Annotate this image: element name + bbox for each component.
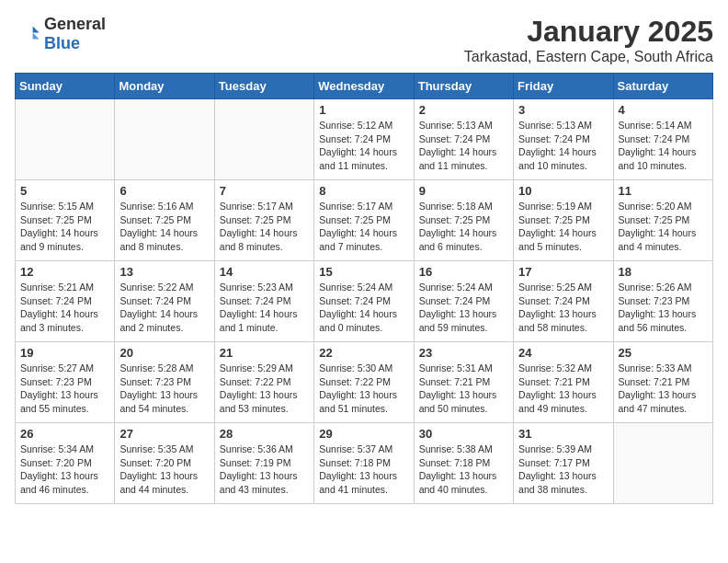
day-number: 30 <box>419 427 508 441</box>
calendar-cell: 29Sunrise: 5:37 AM Sunset: 7:18 PM Dayli… <box>314 423 414 504</box>
calendar-cell: 27Sunrise: 5:35 AM Sunset: 7:20 PM Dayli… <box>115 423 214 504</box>
day-number: 4 <box>619 103 708 117</box>
calendar-cell: 15Sunrise: 5:24 AM Sunset: 7:24 PM Dayli… <box>314 261 414 342</box>
calendar-cell: 30Sunrise: 5:38 AM Sunset: 7:18 PM Dayli… <box>414 423 513 504</box>
day-number: 14 <box>220 265 309 279</box>
calendar-table: SundayMondayTuesdayWednesdayThursdayFrid… <box>15 73 713 504</box>
calendar-cell <box>16 99 115 180</box>
day-number: 7 <box>220 184 309 198</box>
day-info: Sunrise: 5:32 AM Sunset: 7:21 PM Dayligh… <box>518 362 608 416</box>
day-info: Sunrise: 5:16 AM Sunset: 7:25 PM Dayligh… <box>119 200 209 254</box>
calendar-cell: 13Sunrise: 5:22 AM Sunset: 7:24 PM Dayli… <box>115 261 214 342</box>
day-number: 21 <box>220 346 309 360</box>
day-number: 1 <box>319 103 408 117</box>
calendar-cell: 25Sunrise: 5:33 AM Sunset: 7:21 PM Dayli… <box>613 342 712 423</box>
month-title: January 2025 <box>464 15 713 49</box>
calendar-cell: 3Sunrise: 5:13 AM Sunset: 7:24 PM Daylig… <box>514 99 613 180</box>
day-info: Sunrise: 5:38 AM Sunset: 7:18 PM Dayligh… <box>419 442 508 497</box>
calendar-cell: 5Sunrise: 5:15 AM Sunset: 7:25 PM Daylig… <box>16 180 115 261</box>
day-number: 18 <box>619 265 708 279</box>
day-number: 10 <box>518 184 608 198</box>
day-info: Sunrise: 5:20 AM Sunset: 7:25 PM Dayligh… <box>619 200 708 254</box>
title-block: January 2025 Tarkastad, Eastern Cape, So… <box>464 15 713 65</box>
calendar-cell: 22Sunrise: 5:30 AM Sunset: 7:22 PM Dayli… <box>314 342 414 423</box>
day-info: Sunrise: 5:19 AM Sunset: 7:25 PM Dayligh… <box>518 200 608 254</box>
weekday-header: Saturday <box>613 74 712 99</box>
day-info: Sunrise: 5:18 AM Sunset: 7:25 PM Dayligh… <box>419 200 508 254</box>
day-info: Sunrise: 5:24 AM Sunset: 7:24 PM Dayligh… <box>319 281 408 335</box>
calendar-cell: 14Sunrise: 5:23 AM Sunset: 7:24 PM Dayli… <box>214 261 313 342</box>
day-info: Sunrise: 5:36 AM Sunset: 7:19 PM Dayligh… <box>220 442 309 497</box>
svg-marker-0 <box>33 27 40 33</box>
calendar-cell: 4Sunrise: 5:14 AM Sunset: 7:24 PM Daylig… <box>613 99 712 180</box>
calendar-cell: 16Sunrise: 5:24 AM Sunset: 7:24 PM Dayli… <box>414 261 513 342</box>
calendar-cell: 18Sunrise: 5:26 AM Sunset: 7:23 PM Dayli… <box>613 261 712 342</box>
logo-general: General <box>44 15 106 33</box>
day-info: Sunrise: 5:39 AM Sunset: 7:17 PM Dayligh… <box>518 442 608 497</box>
day-number: 26 <box>20 427 109 441</box>
day-info: Sunrise: 5:31 AM Sunset: 7:21 PM Dayligh… <box>419 362 508 416</box>
day-number: 29 <box>319 427 408 441</box>
calendar-cell: 1Sunrise: 5:12 AM Sunset: 7:24 PM Daylig… <box>314 99 414 180</box>
day-info: Sunrise: 5:27 AM Sunset: 7:23 PM Dayligh… <box>20 362 109 416</box>
weekday-header: Thursday <box>414 74 513 99</box>
day-number: 20 <box>119 346 209 360</box>
week-row: 12Sunrise: 5:21 AM Sunset: 7:24 PM Dayli… <box>16 261 713 342</box>
calendar-cell <box>214 99 313 180</box>
day-info: Sunrise: 5:26 AM Sunset: 7:23 PM Dayligh… <box>619 281 708 335</box>
day-number: 17 <box>518 265 608 279</box>
calendar-cell <box>613 423 712 504</box>
calendar-cell: 19Sunrise: 5:27 AM Sunset: 7:23 PM Dayli… <box>16 342 115 423</box>
day-number: 25 <box>619 346 708 360</box>
day-info: Sunrise: 5:14 AM Sunset: 7:24 PM Dayligh… <box>619 119 708 173</box>
logo-blue: Blue <box>44 34 80 52</box>
weekday-header-row: SundayMondayTuesdayWednesdayThursdayFrid… <box>16 74 713 99</box>
day-info: Sunrise: 5:13 AM Sunset: 7:24 PM Dayligh… <box>518 119 608 173</box>
day-info: Sunrise: 5:22 AM Sunset: 7:24 PM Dayligh… <box>119 281 209 335</box>
day-info: Sunrise: 5:17 AM Sunset: 7:25 PM Dayligh… <box>220 200 309 254</box>
day-number: 3 <box>518 103 608 117</box>
calendar-cell: 7Sunrise: 5:17 AM Sunset: 7:25 PM Daylig… <box>214 180 313 261</box>
calendar-cell <box>115 99 214 180</box>
day-number: 6 <box>119 184 209 198</box>
day-number: 19 <box>20 346 109 360</box>
day-info: Sunrise: 5:12 AM Sunset: 7:24 PM Dayligh… <box>319 119 408 173</box>
day-info: Sunrise: 5:28 AM Sunset: 7:23 PM Dayligh… <box>119 362 209 416</box>
day-info: Sunrise: 5:25 AM Sunset: 7:24 PM Dayligh… <box>518 281 608 335</box>
calendar-cell: 9Sunrise: 5:18 AM Sunset: 7:25 PM Daylig… <box>414 180 513 261</box>
weekday-header: Sunday <box>16 74 115 99</box>
day-info: Sunrise: 5:23 AM Sunset: 7:24 PM Dayligh… <box>220 281 309 335</box>
day-number: 2 <box>419 103 508 117</box>
calendar-cell: 28Sunrise: 5:36 AM Sunset: 7:19 PM Dayli… <box>214 423 313 504</box>
week-row: 19Sunrise: 5:27 AM Sunset: 7:23 PM Dayli… <box>16 342 713 423</box>
day-number: 28 <box>220 427 309 441</box>
day-number: 23 <box>419 346 508 360</box>
day-info: Sunrise: 5:33 AM Sunset: 7:21 PM Dayligh… <box>619 362 708 416</box>
calendar-cell: 24Sunrise: 5:32 AM Sunset: 7:21 PM Dayli… <box>514 342 613 423</box>
calendar-cell: 8Sunrise: 5:17 AM Sunset: 7:25 PM Daylig… <box>314 180 414 261</box>
day-number: 8 <box>319 184 408 198</box>
calendar-cell: 31Sunrise: 5:39 AM Sunset: 7:17 PM Dayli… <box>514 423 613 504</box>
day-info: Sunrise: 5:30 AM Sunset: 7:22 PM Dayligh… <box>319 362 408 416</box>
calendar-cell: 12Sunrise: 5:21 AM Sunset: 7:24 PM Dayli… <box>16 261 115 342</box>
week-row: 26Sunrise: 5:34 AM Sunset: 7:20 PM Dayli… <box>16 423 713 504</box>
day-info: Sunrise: 5:37 AM Sunset: 7:18 PM Dayligh… <box>319 442 408 497</box>
location-title: Tarkastad, Eastern Cape, South Africa <box>464 49 713 65</box>
day-info: Sunrise: 5:34 AM Sunset: 7:20 PM Dayligh… <box>20 442 109 497</box>
calendar-cell: 2Sunrise: 5:13 AM Sunset: 7:24 PM Daylig… <box>414 99 513 180</box>
day-info: Sunrise: 5:24 AM Sunset: 7:24 PM Dayligh… <box>419 281 508 335</box>
day-number: 31 <box>518 427 608 441</box>
calendar-cell: 6Sunrise: 5:16 AM Sunset: 7:25 PM Daylig… <box>115 180 214 261</box>
day-number: 13 <box>119 265 209 279</box>
calendar-cell: 10Sunrise: 5:19 AM Sunset: 7:25 PM Dayli… <box>514 180 613 261</box>
calendar-cell: 11Sunrise: 5:20 AM Sunset: 7:25 PM Dayli… <box>613 180 712 261</box>
calendar-cell: 20Sunrise: 5:28 AM Sunset: 7:23 PM Dayli… <box>115 342 214 423</box>
calendar-cell: 21Sunrise: 5:29 AM Sunset: 7:22 PM Dayli… <box>214 342 313 423</box>
day-number: 12 <box>20 265 109 279</box>
day-number: 9 <box>419 184 508 198</box>
calendar-cell: 17Sunrise: 5:25 AM Sunset: 7:24 PM Dayli… <box>514 261 613 342</box>
day-number: 11 <box>619 184 708 198</box>
day-info: Sunrise: 5:15 AM Sunset: 7:25 PM Dayligh… <box>20 200 109 254</box>
day-number: 15 <box>319 265 408 279</box>
calendar-cell: 23Sunrise: 5:31 AM Sunset: 7:21 PM Dayli… <box>414 342 513 423</box>
